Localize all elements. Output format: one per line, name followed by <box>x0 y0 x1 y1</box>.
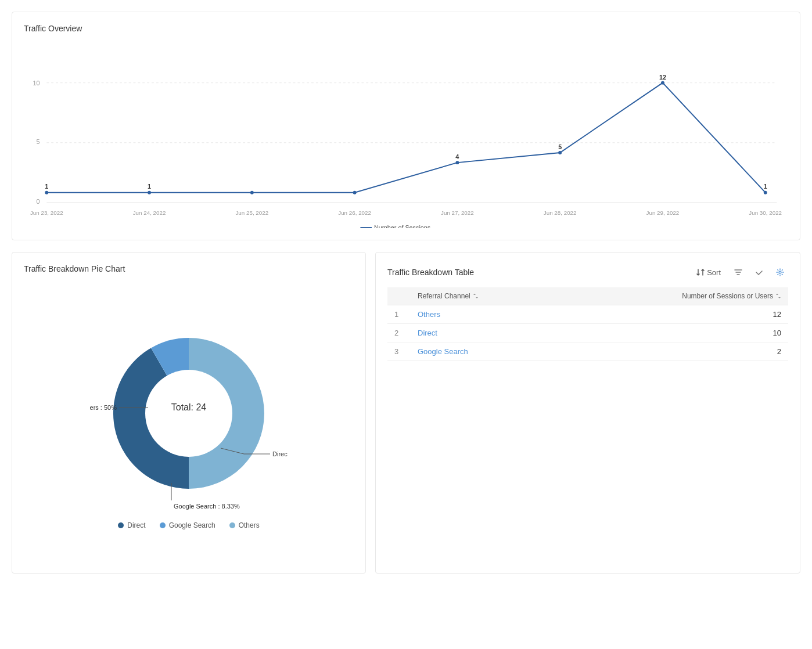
x-label-6: Jun 28, 2022 <box>544 210 577 216</box>
legend-item-direct: Direct <box>118 521 145 529</box>
x-label-3: Jun 25, 2022 <box>235 210 268 216</box>
table-panel: Traffic Breakdown Table Sort <box>375 252 800 574</box>
filter-icon <box>734 268 742 276</box>
data-point-6 <box>558 151 562 154</box>
point-label-5: 4 <box>455 153 459 160</box>
filter-button[interactable] <box>730 264 746 280</box>
point-label-1: 1 <box>45 183 48 190</box>
y-label-0: 0 <box>36 198 39 205</box>
table-controls: Sort <box>692 264 788 280</box>
check-icon <box>755 268 763 276</box>
th-channel-sort-icon <box>473 293 479 299</box>
th-channel-label: Referral Channel <box>418 292 470 300</box>
table-thead: Referral Channel Number of Sessions or U… <box>387 287 788 305</box>
x-label-4: Jun 26, 2022 <box>338 210 371 216</box>
th-sessions[interactable]: Number of Sessions or Users <box>561 287 788 305</box>
cell-index: 2 <box>387 324 411 342</box>
callout-label-others: Others : 50% <box>90 404 117 411</box>
legend-dot-google <box>160 522 166 528</box>
table-row: 3 Google Search 2 <box>387 342 788 361</box>
data-point-7 <box>661 81 664 85</box>
cell-sessions: 12 <box>561 305 788 324</box>
legend-item-google: Google Search <box>160 521 215 529</box>
table-header-row: Traffic Breakdown Table Sort <box>387 264 788 280</box>
cell-index: 3 <box>387 342 411 361</box>
data-point-3 <box>250 191 254 194</box>
x-label-1: Jun 23, 2022 <box>30 210 63 216</box>
sort-icon <box>696 268 705 276</box>
th-index[interactable] <box>387 287 411 305</box>
data-point-8 <box>764 191 767 194</box>
point-label-8: 1 <box>764 183 767 190</box>
cell-sessions: 2 <box>561 342 788 361</box>
y-label-5: 5 <box>36 138 39 145</box>
legend-label-direct: Direct <box>127 521 145 529</box>
breakdown-table: Referral Channel Number of Sessions or U… <box>387 287 788 361</box>
line-series <box>46 83 765 193</box>
data-point-5 <box>455 161 459 164</box>
pie-svg: Total: 24 Direct : 41.67% Others : 50% <box>90 315 288 512</box>
point-label-6: 5 <box>558 143 562 150</box>
pie-total-text: Total: 24 <box>171 402 207 412</box>
line-chart-svg: 0 5 10 Jun 23, 2022 Jun 24, 2022 Jun 25,… <box>24 42 788 228</box>
cell-sessions: 10 <box>561 324 788 342</box>
x-label-2: Jun 24, 2022 <box>133 210 166 216</box>
legend-dot-direct <box>118 522 124 528</box>
table-title: Traffic Breakdown Table <box>387 268 474 277</box>
data-point-2 <box>148 191 151 194</box>
traffic-overview-panel: Traffic Overview 0 5 10 Jun 23, 2022 Jun… <box>12 12 800 240</box>
x-label-8: Jun 30, 2022 <box>749 210 782 216</box>
gear-icon <box>776 268 784 276</box>
cell-channel: Google Search <box>411 342 561 361</box>
y-label-10: 10 <box>33 80 39 86</box>
point-label-7: 12 <box>659 74 666 81</box>
callout-label-google: Google Search : 8.33% <box>174 503 240 510</box>
cell-channel: Others <box>411 305 561 324</box>
main-container: Traffic Overview 0 5 10 Jun 23, 2022 Jun… <box>0 0 812 649</box>
table-body: 1 Others 12 2 Direct 10 3 Google Search … <box>387 305 788 361</box>
table-row: 2 Direct 10 <box>387 324 788 342</box>
th-sessions-label: Number of Sessions or Users <box>682 292 773 300</box>
pie-chart-panel: Traffic Breakdown Pie Chart <box>12 252 366 574</box>
settings-button[interactable] <box>772 264 788 280</box>
pie-legend: Direct Google Search Others <box>118 521 259 529</box>
point-label-2: 1 <box>148 183 151 190</box>
table-header-row-el: Referral Channel Number of Sessions or U… <box>387 287 788 305</box>
pie-chart-wrapper: Total: 24 Direct : 41.67% Others : 50% <box>90 315 288 512</box>
th-channel[interactable]: Referral Channel <box>411 287 561 305</box>
traffic-overview-title: Traffic Overview <box>24 24 788 33</box>
check-button[interactable] <box>751 264 767 280</box>
data-point-1 <box>45 191 48 194</box>
bottom-row: Traffic Breakdown Pie Chart <box>12 252 800 574</box>
chart-legend-label: Number of Sessions <box>374 224 431 228</box>
svg-point-3 <box>779 271 781 273</box>
data-point-4 <box>353 191 357 194</box>
pie-container: Total: 24 Direct : 41.67% Others : 50% <box>24 283 354 561</box>
cell-channel: Direct <box>411 324 561 342</box>
legend-label-others: Others <box>239 521 260 529</box>
th-sessions-sort-icon <box>775 293 781 299</box>
legend-item-others: Others <box>229 521 260 529</box>
pie-center-hole <box>145 370 232 457</box>
pie-chart-title: Traffic Breakdown Pie Chart <box>24 264 354 273</box>
callout-label-direct: Direct : 41.67% <box>272 450 288 457</box>
table-row: 1 Others 12 <box>387 305 788 324</box>
legend-dot-others <box>229 522 235 528</box>
sort-button[interactable]: Sort <box>692 266 725 279</box>
line-chart-area: 0 5 10 Jun 23, 2022 Jun 24, 2022 Jun 25,… <box>24 42 788 228</box>
x-label-7: Jun 29, 2022 <box>646 210 680 216</box>
sort-label: Sort <box>707 268 721 277</box>
legend-label-google: Google Search <box>169 521 215 529</box>
x-label-5: Jun 27, 2022 <box>441 210 474 216</box>
cell-index: 1 <box>387 305 411 324</box>
